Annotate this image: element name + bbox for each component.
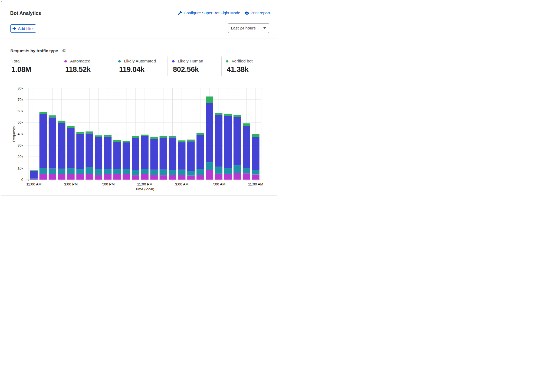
svg-text:40k: 40k — [18, 132, 23, 136]
svg-text:7:00 PM: 7:00 PM — [101, 182, 114, 186]
svg-text:50k: 50k — [18, 120, 23, 124]
svg-text:0: 0 — [21, 178, 23, 182]
svg-text:7:00 AM: 7:00 AM — [212, 182, 225, 186]
svg-text:60k: 60k — [18, 109, 23, 113]
svg-text:30k: 30k — [18, 143, 23, 147]
svg-text:11:00 AM: 11:00 AM — [26, 182, 41, 186]
svg-text:80k: 80k — [18, 86, 23, 90]
svg-text:10k: 10k — [18, 166, 23, 170]
svg-text:3:00 AM: 3:00 AM — [175, 182, 189, 186]
svg-text:Time (local): Time (local) — [135, 187, 154, 191]
svg-text:20k: 20k — [18, 155, 23, 159]
svg-text:11:00 PM: 11:00 PM — [137, 182, 153, 186]
svg-text:3:00 PM: 3:00 PM — [64, 182, 78, 186]
svg-text:11:00 AM: 11:00 AM — [248, 182, 263, 186]
svg-text:Requests: Requests — [12, 126, 16, 142]
svg-text:70k: 70k — [18, 98, 23, 102]
